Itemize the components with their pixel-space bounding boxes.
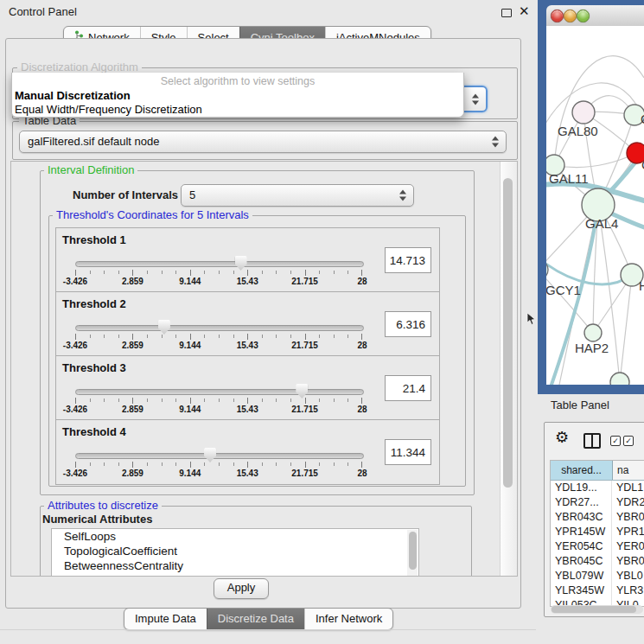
close-traffic-light[interactable]	[551, 10, 564, 22]
threshold-1-panel: Threshold 1 -3.426 2.859 9.144 15.43 21.…	[55, 227, 440, 293]
threshold-1-slider[interactable]: -3.426 2.859 9.144 15.43 21.715 28	[75, 261, 362, 290]
cell[interactable]: YBR043C	[551, 510, 612, 525]
table-horizontal-scrollbar[interactable]	[551, 605, 643, 614]
node-hap2[interactable]	[584, 324, 602, 341]
scrollbar-thumb[interactable]	[503, 178, 513, 488]
cell[interactable]: YBL079W	[551, 569, 612, 583]
threshold-2-label: Threshold 2	[62, 297, 126, 310]
table-data-combobox[interactable]: galFiltered.sif default node	[19, 131, 507, 153]
cell[interactable]: YLR345W	[551, 583, 612, 598]
checkbox-icon[interactable]: ✓	[623, 436, 634, 446]
tick-label: -3.426	[63, 341, 87, 350]
stepper-icon	[399, 190, 407, 201]
minimize-traffic-light[interactable]	[564, 10, 577, 22]
slider-ticks	[75, 398, 362, 404]
threshold-4-slider[interactable]: -3.426 2.859 9.144 15.43 21.715 28	[75, 453, 362, 482]
tick-label: 2.859	[122, 277, 143, 286]
cell[interactable]: YDL19...	[551, 481, 612, 495]
threshold-3-slider[interactable]: -3.426 2.859 9.144 15.43 21.715 28	[75, 389, 362, 418]
table-row[interactable]: YBL079WYBL0	[551, 569, 644, 583]
tab-impute-data[interactable]: Impute Data	[124, 609, 207, 629]
table-row[interactable]: YDL19...YDL1	[551, 481, 644, 495]
table-row[interactable]: YBR045CYBR0	[551, 554, 644, 569]
cell[interactable]: YBR045C	[551, 554, 612, 569]
num-intervals-combobox[interactable]: 5	[181, 184, 414, 207]
slider-track[interactable]	[75, 261, 364, 267]
cell[interactable]: YLR3	[612, 583, 644, 598]
slider-thumb[interactable]	[204, 448, 216, 462]
dropdown-option-manual[interactable]: Manual Discretization	[15, 89, 131, 102]
thresholds-group-label: Threshold's Coordinates for 5 Intervals	[53, 209, 252, 221]
settings-scrollbar[interactable]	[500, 162, 517, 576]
table-header-row: shared... na	[551, 461, 644, 481]
cyni-bottom-tabs: Impute Data Discretize Data Infer Networ…	[124, 608, 393, 630]
cell[interactable]: YDR27...	[551, 495, 612, 510]
close-icon[interactable]: ✕	[519, 3, 530, 19]
cell[interactable]: YPR145W	[551, 525, 612, 539]
tick-label: 15.43	[237, 341, 258, 350]
stepper-icon	[472, 93, 480, 105]
slider-track[interactable]	[75, 453, 364, 459]
tab-discretize-data[interactable]: Discretize Data	[207, 609, 304, 629]
node-label: GAL80	[558, 124, 598, 138]
cell[interactable]: YER0	[612, 539, 644, 554]
cell[interactable]: YDL1	[612, 481, 644, 495]
tick-label: -3.426	[63, 469, 87, 478]
scrollbar-thumb[interactable]	[552, 606, 636, 613]
tick-label: 2.859	[122, 405, 143, 414]
numerical-attributes-list: SelfLoops TopologicalCoefficient Between…	[51, 528, 419, 577]
node-bottom[interactable]	[610, 373, 629, 385]
threshold-1-value-field[interactable]: 14.713	[385, 247, 431, 273]
slider-thumb[interactable]	[158, 320, 170, 335]
table-row[interactable]: YLR345WYLR3	[551, 583, 644, 598]
split-columns-icon[interactable]	[583, 433, 601, 449]
cell[interactable]: YPR1	[612, 525, 644, 539]
zoom-traffic-light[interactable]	[577, 10, 590, 22]
slider-thumb[interactable]	[296, 384, 308, 399]
list-item[interactable]: SelfLoops	[52, 529, 418, 544]
cell[interactable]: YER054C	[551, 539, 612, 554]
slider-tick-labels: -3.426 2.859 9.144 15.43 21.715 28	[75, 341, 362, 351]
gear-icon[interactable]: ⚙	[555, 428, 569, 447]
cell[interactable]: YBL0	[612, 569, 644, 583]
node-label: GAL11	[549, 171, 589, 186]
network-canvas[interactable]: GAL80 GA C GAL11 GAL4 GCY1 H HAP2	[546, 26, 644, 385]
slider-track[interactable]	[75, 389, 364, 395]
threshold-4-value-field[interactable]: 11.344	[385, 439, 431, 465]
dropdown-option-equal-width[interactable]: Equal Width/Frequency Discretization	[15, 103, 202, 116]
table-row[interactable]: YBR043CYBR0	[551, 510, 644, 525]
scrollbar-thumb[interactable]	[409, 532, 417, 570]
table-data-value: galFiltered.sif default node	[28, 135, 159, 148]
dropdown-hint: Select algorithm to view settings	[12, 75, 463, 87]
panel-title: Control Panel	[9, 5, 77, 18]
threshold-3-value-field[interactable]: 21.4	[385, 375, 431, 401]
threshold-2-slider[interactable]: -3.426 2.859 9.144 15.43 21.715 28	[75, 325, 362, 354]
column-header-name[interactable]: na	[613, 461, 644, 480]
node-gcy1[interactable]	[546, 259, 548, 280]
checkbox-icon[interactable]: ✓	[610, 436, 621, 446]
float-window-icon[interactable]	[501, 9, 512, 17]
network-window-titlebar[interactable]	[546, 5, 644, 27]
table-row[interactable]: YPR145WYPR1	[551, 525, 644, 539]
numerical-attributes-label: Numerical Attributes	[42, 513, 152, 526]
slider-thumb[interactable]	[235, 256, 247, 271]
tick-label: 2.859	[122, 469, 143, 478]
slider-track[interactable]	[75, 325, 364, 331]
column-header-shared-name[interactable]: shared...	[551, 461, 613, 480]
num-intervals-value: 5	[189, 188, 195, 201]
threshold-2-value-field[interactable]: 6.316	[385, 311, 431, 337]
list-scrollbar[interactable]	[407, 530, 418, 577]
table-row[interactable]: YER054CYER0	[551, 539, 644, 554]
node-gal80[interactable]	[572, 101, 595, 124]
cell[interactable]: YDR2	[612, 495, 644, 510]
node-attribute-table: shared... na YDL19...YDL1 YDR27...YDR2 Y…	[550, 460, 644, 607]
tab-infer-network[interactable]: Infer Network	[304, 609, 392, 629]
cell[interactable]: YBR0	[612, 554, 644, 569]
apply-button[interactable]: Apply	[214, 578, 269, 599]
list-item[interactable]: BetweennessCentrality	[52, 558, 418, 573]
table-row[interactable]: YDR27...YDR2	[551, 495, 644, 510]
list-item[interactable]: TopologicalCoefficient	[52, 544, 418, 558]
threshold-2-panel: Threshold 2 -3.426 2.859 9.144 15.43 21.…	[55, 291, 440, 357]
stepper-icon	[492, 137, 500, 148]
cell[interactable]: YBR0	[612, 510, 644, 525]
